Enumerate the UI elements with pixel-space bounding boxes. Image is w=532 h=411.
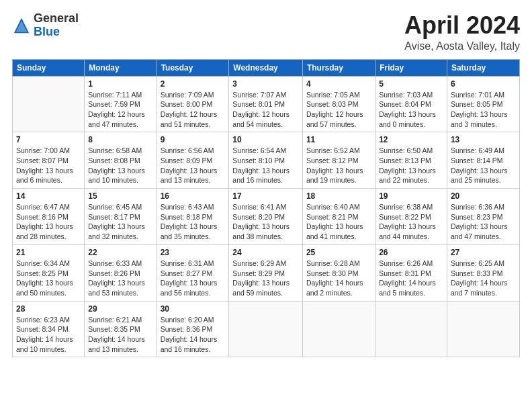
day-info: Sunrise: 6:23 AM Sunset: 8:34 PM Dayligh… (16, 315, 81, 355)
day-info: Sunrise: 7:07 AM Sunset: 8:01 PM Dayligh… (232, 90, 299, 130)
day-info: Sunrise: 6:43 AM Sunset: 8:18 PM Dayligh… (161, 202, 226, 242)
day-info: Sunrise: 6:54 AM Sunset: 8:10 PM Dayligh… (232, 146, 299, 185)
day-info: Sunrise: 6:56 AM Sunset: 8:09 PM Dayligh… (161, 146, 226, 185)
day-info: Sunrise: 6:28 AM Sunset: 8:30 PM Dayligh… (306, 259, 371, 298)
logo-icon (12, 16, 31, 35)
day-cell: 1Sunrise: 7:11 AM Sunset: 7:59 PM Daylig… (85, 76, 157, 132)
day-info: Sunrise: 6:20 AM Sunset: 8:36 PM Dayligh… (161, 315, 226, 355)
week-row-0: 1Sunrise: 7:11 AM Sunset: 7:59 PM Daylig… (13, 76, 520, 132)
day-info: Sunrise: 6:21 AM Sunset: 8:35 PM Dayligh… (88, 315, 152, 355)
day-cell: 17Sunrise: 6:41 AM Sunset: 8:20 PM Dayli… (229, 189, 303, 245)
day-info: Sunrise: 7:11 AM Sunset: 7:59 PM Dayligh… (88, 90, 152, 130)
day-cell: 2Sunrise: 7:09 AM Sunset: 8:00 PM Daylig… (157, 76, 229, 132)
day-info: Sunrise: 6:36 AM Sunset: 8:23 PM Dayligh… (451, 202, 516, 242)
day-number: 15 (88, 191, 152, 201)
week-row-3: 21Sunrise: 6:34 AM Sunset: 8:25 PM Dayli… (13, 244, 520, 301)
day-info: Sunrise: 6:25 AM Sunset: 8:33 PM Dayligh… (451, 259, 516, 298)
day-cell: 28Sunrise: 6:23 AM Sunset: 8:34 PM Dayli… (13, 301, 85, 357)
day-info: Sunrise: 6:49 AM Sunset: 8:14 PM Dayligh… (451, 146, 516, 185)
day-cell: 18Sunrise: 6:40 AM Sunset: 8:21 PM Dayli… (302, 189, 375, 245)
weekday-thursday: Thursday (302, 59, 375, 76)
day-cell: 14Sunrise: 6:47 AM Sunset: 8:16 PM Dayli… (13, 189, 85, 245)
weekday-tuesday: Tuesday (157, 59, 229, 76)
day-cell: 4Sunrise: 7:05 AM Sunset: 8:03 PM Daylig… (302, 76, 375, 132)
day-info: Sunrise: 7:05 AM Sunset: 8:03 PM Dayligh… (306, 90, 371, 130)
day-cell (229, 301, 303, 357)
day-number: 5 (379, 79, 443, 89)
day-cell: 6Sunrise: 7:01 AM Sunset: 8:05 PM Daylig… (447, 76, 519, 132)
day-cell: 13Sunrise: 6:49 AM Sunset: 8:14 PM Dayli… (447, 132, 519, 189)
day-number: 7 (16, 135, 81, 144)
day-cell: 16Sunrise: 6:43 AM Sunset: 8:18 PM Dayli… (157, 189, 229, 245)
day-number: 29 (88, 304, 152, 314)
day-info: Sunrise: 6:45 AM Sunset: 8:17 PM Dayligh… (88, 202, 152, 242)
day-number: 12 (379, 135, 443, 144)
day-cell: 26Sunrise: 6:26 AM Sunset: 8:31 PM Dayli… (375, 244, 447, 301)
day-cell: 22Sunrise: 6:33 AM Sunset: 8:26 PM Dayli… (85, 244, 157, 301)
weekday-friday: Friday (375, 59, 447, 76)
weekday-wednesday: Wednesday (229, 59, 303, 76)
logo-text: General Blue (34, 12, 79, 39)
week-row-4: 28Sunrise: 6:23 AM Sunset: 8:34 PM Dayli… (13, 301, 520, 357)
day-cell: 23Sunrise: 6:31 AM Sunset: 8:27 PM Dayli… (157, 244, 229, 301)
day-number: 28 (16, 304, 81, 314)
day-number: 24 (232, 248, 299, 257)
day-cell: 3Sunrise: 7:07 AM Sunset: 8:01 PM Daylig… (229, 76, 303, 132)
month-title: April 2024 (404, 12, 520, 39)
day-cell: 12Sunrise: 6:50 AM Sunset: 8:13 PM Dayli… (375, 132, 447, 189)
day-number: 20 (451, 191, 516, 201)
day-info: Sunrise: 6:34 AM Sunset: 8:25 PM Dayligh… (16, 259, 81, 298)
day-number: 11 (306, 135, 371, 144)
day-info: Sunrise: 6:58 AM Sunset: 8:08 PM Dayligh… (88, 146, 152, 185)
location-title: Avise, Aosta Valley, Italy (404, 40, 520, 52)
day-cell (302, 301, 375, 357)
day-number: 23 (161, 248, 226, 257)
day-cell: 8Sunrise: 6:58 AM Sunset: 8:08 PM Daylig… (85, 132, 157, 189)
day-number: 26 (379, 248, 443, 257)
day-number: 14 (16, 191, 81, 201)
day-info: Sunrise: 6:40 AM Sunset: 8:21 PM Dayligh… (306, 202, 371, 242)
day-cell (13, 76, 85, 132)
day-cell: 30Sunrise: 6:20 AM Sunset: 8:36 PM Dayli… (157, 301, 229, 357)
day-number: 13 (451, 135, 516, 144)
day-cell: 9Sunrise: 6:56 AM Sunset: 8:09 PM Daylig… (157, 132, 229, 189)
day-cell: 19Sunrise: 6:38 AM Sunset: 8:22 PM Dayli… (375, 189, 447, 245)
day-cell: 24Sunrise: 6:29 AM Sunset: 8:29 PM Dayli… (229, 244, 303, 301)
weekday-header-row: SundayMondayTuesdayWednesdayThursdayFrid… (13, 59, 520, 76)
day-number: 6 (451, 79, 516, 89)
logo-general: General (34, 11, 79, 25)
day-info: Sunrise: 6:47 AM Sunset: 8:16 PM Dayligh… (16, 202, 81, 242)
day-number: 8 (88, 135, 152, 144)
day-cell: 25Sunrise: 6:28 AM Sunset: 8:30 PM Dayli… (302, 244, 375, 301)
day-cell: 27Sunrise: 6:25 AM Sunset: 8:33 PM Dayli… (447, 244, 519, 301)
day-cell: 21Sunrise: 6:34 AM Sunset: 8:25 PM Dayli… (13, 244, 85, 301)
title-block: April 2024 Avise, Aosta Valley, Italy (404, 12, 520, 52)
day-number: 25 (306, 248, 371, 257)
day-number: 1 (88, 79, 152, 89)
day-cell: 5Sunrise: 7:03 AM Sunset: 8:04 PM Daylig… (375, 76, 447, 132)
day-info: Sunrise: 6:50 AM Sunset: 8:13 PM Dayligh… (379, 146, 443, 185)
weekday-monday: Monday (85, 59, 157, 76)
day-info: Sunrise: 7:01 AM Sunset: 8:05 PM Dayligh… (451, 90, 516, 130)
day-info: Sunrise: 6:38 AM Sunset: 8:22 PM Dayligh… (379, 202, 443, 242)
day-info: Sunrise: 6:41 AM Sunset: 8:20 PM Dayligh… (232, 202, 299, 242)
day-cell (447, 301, 519, 357)
day-info: Sunrise: 7:03 AM Sunset: 8:04 PM Dayligh… (379, 90, 443, 130)
day-number: 2 (161, 79, 226, 89)
day-cell: 7Sunrise: 7:00 AM Sunset: 8:07 PM Daylig… (13, 132, 85, 189)
day-info: Sunrise: 6:29 AM Sunset: 8:29 PM Dayligh… (232, 259, 299, 298)
day-info: Sunrise: 7:00 AM Sunset: 8:07 PM Dayligh… (16, 146, 81, 185)
day-info: Sunrise: 6:33 AM Sunset: 8:26 PM Dayligh… (88, 259, 152, 298)
day-number: 16 (161, 191, 226, 201)
weekday-saturday: Saturday (447, 59, 519, 76)
day-number: 10 (232, 135, 299, 144)
day-number: 9 (161, 135, 226, 144)
day-cell: 29Sunrise: 6:21 AM Sunset: 8:35 PM Dayli… (85, 301, 157, 357)
day-cell (375, 301, 447, 357)
day-number: 30 (161, 304, 226, 314)
logo-blue: Blue (34, 25, 60, 38)
page: General Blue April 2024 Avise, Aosta Val… (0, 0, 532, 411)
day-info: Sunrise: 6:26 AM Sunset: 8:31 PM Dayligh… (379, 259, 443, 298)
day-number: 27 (451, 248, 516, 257)
calendar: SundayMondayTuesdayWednesdayThursdayFrid… (12, 59, 520, 358)
